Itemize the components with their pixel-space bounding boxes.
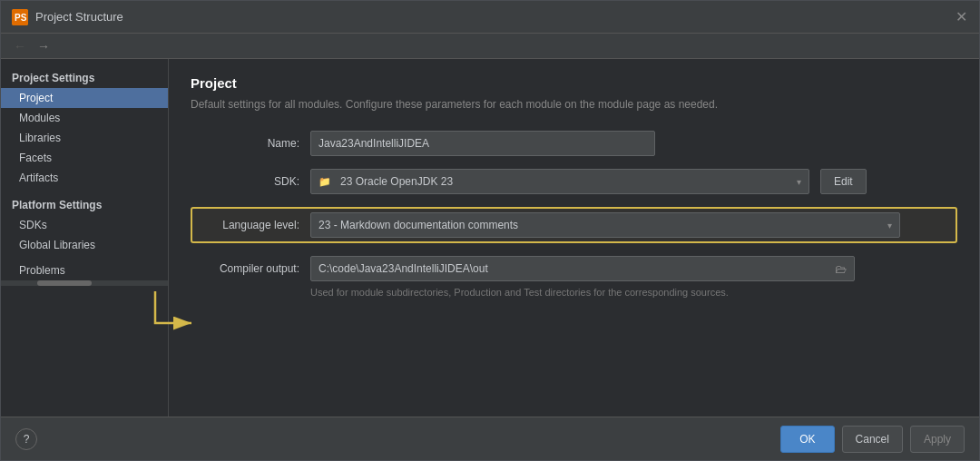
nav-bar: ← → [1, 34, 979, 59]
language-level-label: Language level: [200, 219, 299, 231]
name-input[interactable] [310, 131, 655, 156]
back-button[interactable]: ← [12, 39, 28, 54]
language-level-value: 23 - Markdown documentation comments [318, 219, 518, 231]
compiler-output-input[interactable]: C:\code\Java23AndIntelliJIDEA\out 🗁 [310, 256, 855, 281]
sidebar-item-problems[interactable]: Problems [1, 260, 168, 280]
sidebar-item-artifacts[interactable]: Artifacts [1, 168, 168, 188]
sidebar-item-libraries[interactable]: Libraries [1, 128, 168, 148]
compiler-output-label: Compiler output: [191, 262, 299, 275]
project-settings-label: Project Settings [1, 66, 168, 88]
main-panel: Project Default settings for all modules… [169, 59, 979, 417]
sdk-row: SDK: 📁 23 Oracle OpenJDK 23 ▾ Edit [191, 169, 957, 194]
name-label: Name: [191, 137, 299, 150]
close-button[interactable]: ✕ [954, 10, 968, 25]
sdk-icon: 📁 [318, 176, 331, 188]
app-icon: PS [12, 9, 28, 25]
compiler-output-row: Compiler output: C:\code\Java23AndIntell… [191, 256, 957, 281]
sidebar-item-global-libraries[interactable]: Global Libraries [1, 235, 168, 255]
bottom-bar: ? OK Cancel Apply [1, 417, 979, 460]
sdk-edit-button[interactable]: Edit [820, 169, 867, 194]
project-structure-dialog: PS Project Structure ✕ ← → Project Setti… [0, 0, 980, 461]
compiler-hint: Used for module subdirectories, Producti… [310, 287, 957, 298]
name-row: Name: [191, 131, 957, 156]
compiler-folder-icon[interactable]: 🗁 [835, 262, 847, 276]
panel-title: Project [191, 75, 957, 91]
help-button[interactable]: ? [15, 428, 37, 450]
dialog-title: Project Structure [35, 10, 123, 24]
panel-description: Default settings for all modules. Config… [191, 96, 957, 113]
sdk-dropdown[interactable]: 📁 23 Oracle OpenJDK 23 ▾ [310, 169, 809, 194]
language-level-chevron-icon: ▾ [887, 221, 892, 230]
sidebar-item-modules[interactable]: Modules [1, 108, 168, 128]
apply-button[interactable]: Apply [910, 426, 965, 453]
ok-button[interactable]: OK [780, 426, 834, 453]
sidebar-item-sdks[interactable]: SDKs [1, 215, 168, 235]
bottom-actions: OK Cancel Apply [780, 426, 965, 453]
sidebar-item-project[interactable]: Project [1, 88, 168, 108]
platform-settings-label: Platform Settings [1, 193, 168, 215]
title-bar-left: PS Project Structure [12, 9, 123, 25]
cancel-button[interactable]: Cancel [842, 426, 903, 453]
language-level-row: Language level: 23 - Markdown documentat… [191, 207, 957, 243]
sdk-chevron-icon: ▾ [797, 177, 801, 187]
sidebar-item-facets[interactable]: Facets [1, 148, 168, 168]
sdk-label: SDK: [191, 175, 299, 188]
sdk-value: 23 Oracle OpenJDK 23 [337, 175, 791, 188]
language-level-dropdown[interactable]: 23 - Markdown documentation comments ▾ [310, 212, 900, 238]
sidebar: Project Settings Project Modules Librari… [1, 59, 169, 417]
content-area: Project Settings Project Modules Librari… [1, 59, 979, 417]
forward-button[interactable]: → [35, 39, 52, 54]
title-bar: PS Project Structure ✕ [1, 1, 979, 34]
svg-text:PS: PS [15, 13, 27, 23]
